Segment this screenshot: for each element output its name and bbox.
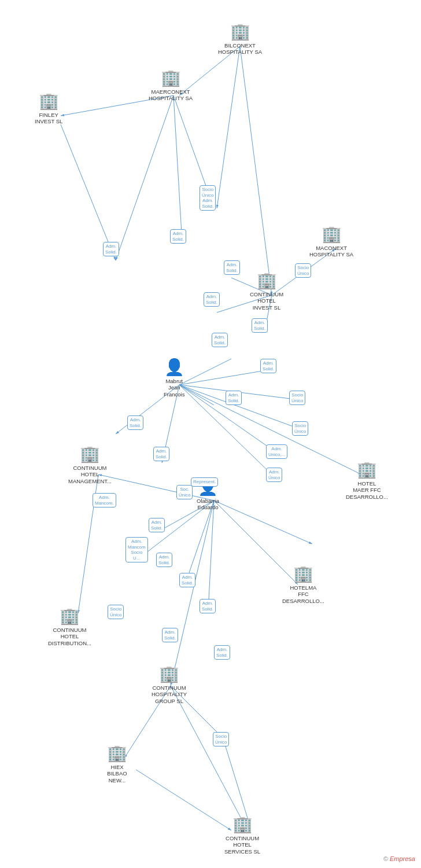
edge-label-adm-solid-10: Adm.Solid. [153, 447, 169, 461]
node-hotelma: 🏢 HOTELMAFFCDESARROLLO... [282, 564, 324, 604]
node-label-continuum-invest: CONTINUUMHOTELINVEST SL [250, 291, 283, 311]
edge-label-adm-solid-24: Adm.Solid. [200, 599, 216, 613]
svg-line-17 [179, 370, 266, 385]
building-icon: 🏢 [322, 225, 342, 244]
node-label-hiex: HIEXBILBAONEW... [107, 764, 127, 784]
building-icon: 🏢 [159, 664, 179, 683]
edge-label-adm-solid-9: Adm.Solid. [127, 415, 143, 430]
edge-label-adm-unico-2: Adm.Único [266, 468, 282, 482]
edge-label-adm-solid-11: Adm.Solid. [226, 391, 242, 405]
building-icon: 🏢 [39, 91, 59, 111]
edge-label-adm-mancom-2: Adm.MancomSocioU... [125, 537, 148, 562]
node-label-continuum-services: CONTINUUMHOTELSERVICES SL [224, 835, 260, 855]
edge-label-socio-unico-2: SocioÚnico [289, 391, 305, 405]
node-maconext: 🏢 MACONEXTHOSPITALITY SA [309, 225, 353, 258]
svg-line-4 [116, 95, 173, 260]
node-label-finley: FINLEYINVEST SL [35, 112, 62, 125]
building-icon: 🏢 [230, 22, 250, 41]
svg-line-30 [214, 501, 312, 544]
svg-line-27 [208, 501, 214, 610]
svg-line-2 [217, 46, 240, 208]
person-icon: 👤 [164, 358, 184, 377]
edge-label-adm-solid-7: Adm.Solid. [252, 318, 268, 333]
edge-label-adm-solid-23: Adm.Solid. [179, 573, 195, 587]
node-continuum-hosp: 🏢 CONTINUUMHOSPITALITYGROUP SL [152, 664, 187, 704]
node-mabrut: 👤 MabrutJeanFrancois [164, 358, 184, 398]
node-label-hotelma: HOTELMAFFCDESARROLLO... [282, 584, 324, 604]
svg-line-8 [61, 124, 116, 260]
building-icon: 🏢 [107, 744, 127, 763]
svg-line-22 [179, 385, 361, 475]
building-icon: 🏢 [161, 68, 181, 87]
node-label-continuum-dist: CONTINUUMHOTELDISTRIBUTION... [48, 627, 91, 646]
building-icon: 🏢 [257, 271, 277, 290]
svg-line-5 [173, 95, 182, 243]
building-red-icon: 🏢 [357, 460, 377, 479]
svg-line-26 [185, 501, 214, 584]
edge-label-adm-solid-4: Adm.Solid. [224, 260, 240, 275]
node-hotel-maer: 🏢 HOTELMAER FFCDESARROLLO... [346, 460, 388, 500]
edge-label-adm-solid-22: Adm.Solid. [156, 553, 172, 567]
building-icon: 🏢 [60, 606, 80, 626]
building-icon: 🏢 [80, 444, 100, 464]
node-continuum-mgmt: 🏢 CONTINUUMHOTELMANAGEMENT... [68, 444, 112, 484]
edge-label-socio-unico-1: SocioÚnico [295, 263, 311, 278]
node-label-continuum-hosp: CONTINUUMHOSPITALITYGROUP SL [152, 685, 187, 704]
edge-label-adm-solid-12: Adm.Solid. [260, 359, 276, 373]
node-maerconext: 🏢 MAERCONEXTHOSPITALITY SA [149, 68, 193, 102]
edge-label-adm-solid-6: Adm.Solid. [212, 333, 228, 347]
node-hiex: 🏢 HIEXBILBAONEW... [107, 744, 127, 784]
edge-label-adm-solid-25: Adm.Solid. [162, 628, 178, 642]
node-label-mabrut: MabrutJeanFrancois [164, 378, 184, 398]
node-continuum-invest: 🏢 CONTINUUMHOTELINVEST SL [250, 271, 283, 311]
svg-line-36 [226, 746, 249, 822]
edge-label-socio-unico-3: SocioÚnico [292, 421, 308, 436]
node-bilconext: 🏢 BILCONEXT HOSPITALITY SA [217, 22, 263, 56]
building-icon: 🏢 [293, 564, 313, 583]
node-label-continuum-mgmt: CONTINUUMHOTELMANAGEMENT... [68, 465, 112, 484]
svg-line-34 [171, 686, 243, 822]
node-label-maconext: MACONEXTHOSPITALITY SA [309, 245, 353, 258]
edge-label-adm-solid-5: Adm.Solid. [204, 292, 220, 307]
svg-line-3 [240, 46, 272, 295]
edge-label-adm-solid-26: Adm.Solid. [214, 645, 230, 660]
edge-label-adm-solid-2: Adm.Solid. [170, 229, 186, 244]
edge-label-represent: Represent. [191, 477, 218, 487]
node-label-maerconext: MAERCONEXTHOSPITALITY SA [149, 89, 193, 102]
edge-label-adm-solid-1: Adm.Solid. [103, 242, 119, 256]
svg-line-35 [136, 770, 231, 830]
edge-label-socio-unico-hosp: SocioÚnico [213, 732, 229, 746]
edge-label-adm-mancom-1: Adm.Mancom. [93, 493, 116, 507]
node-label-bilconext: BILCONEXT HOSPITALITY SA [217, 42, 263, 56]
copyright: © Empresa [383, 855, 415, 862]
svg-line-16 [179, 359, 231, 385]
edge-label-socio-unico-dist: SocioÚnico [108, 605, 124, 619]
node-continuum-services: 🏢 CONTINUUMHOTELSERVICES SL [224, 815, 260, 855]
building-icon: 🏢 [232, 815, 253, 834]
node-label-hotel-maer: HOTELMAER FFCDESARROLLO... [346, 480, 388, 500]
edge-label-soc-unico: Soc.Único [176, 485, 193, 499]
edge-label-socio-unico-adm: SocioÚnicoAdm.Solid. [200, 185, 216, 211]
node-finley: 🏢 FINLEYINVEST SL [35, 91, 62, 125]
node-continuum-dist: 🏢 CONTINUUMHOTELDISTRIBUTION... [48, 606, 91, 646]
edge-label-adm-solid-21: Adm.Solid. [149, 518, 165, 532]
svg-line-28 [171, 501, 214, 686]
edge-label-adm-unico-1: Adm.Unico,... [266, 444, 287, 459]
node-label-olabarria: OlabarriaEduardo [197, 498, 219, 511]
